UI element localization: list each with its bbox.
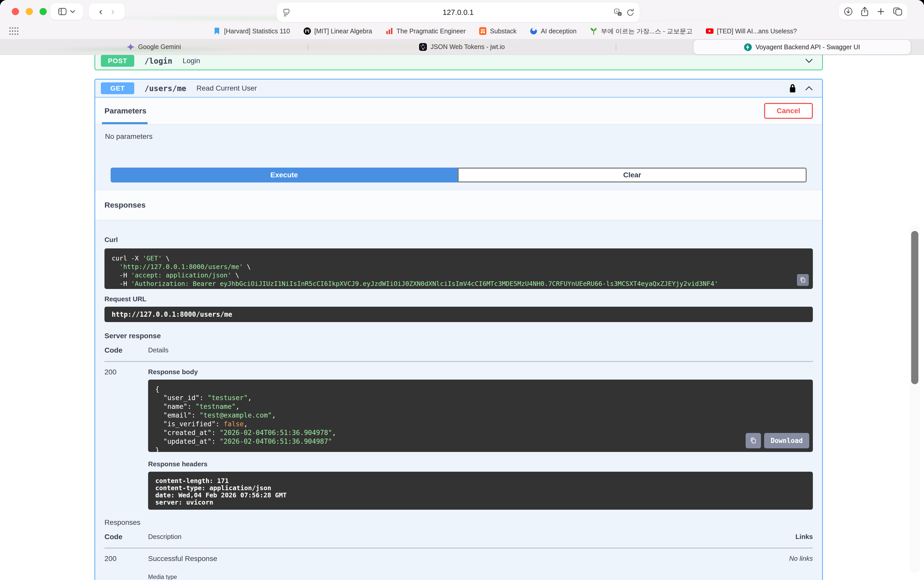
responses-title: Responses [104, 201, 145, 209]
status-code: 200 [104, 368, 148, 510]
clear-button[interactable]: Clear [458, 168, 807, 183]
svg-text:A: A [616, 10, 618, 13]
opblock-get-users-me: GET /users/me Read Current User Paramete… [94, 79, 823, 580]
browser-toolbar: ‹ › 127.0.0.1 A文 [0, 0, 924, 23]
back-button[interactable]: ‹ [99, 7, 102, 16]
responses-table-row: 200 Successful Response Media type appli… [104, 549, 813, 580]
tab-voyagent-swagger[interactable]: Voyagent Backend API - Swagger UI [693, 40, 911, 54]
request-url-block: http://127.0.0.1:8000/users/me [104, 306, 813, 322]
tab-google-gemini[interactable]: Google Gemini [0, 39, 308, 55]
substack-icon [479, 27, 487, 35]
mit-icon [303, 27, 311, 35]
active-tab-underline [102, 122, 148, 124]
address-bar[interactable]: 127.0.0.1 A文 [277, 3, 640, 22]
cancel-button[interactable]: Cancel [764, 103, 813, 119]
new-tab-icon[interactable] [876, 7, 885, 16]
bookmark-harvard-statistics[interactable]: [Harvard] Statistics 110 [213, 27, 290, 35]
gemini-icon [127, 43, 135, 51]
youtube-icon [706, 27, 713, 35]
scrollbar-thumb[interactable] [911, 231, 918, 384]
curl-command-block: curl -X 'GET' \ 'http://127.0.0.1:8000/u… [104, 249, 813, 289]
bookmark-mit-linear-algebra[interactable]: [MIT] Linear Algebra [303, 27, 372, 35]
downloads-icon[interactable] [844, 7, 853, 16]
media-type-label: Media type [148, 573, 789, 580]
server-response-row: 200 Response body { "user_id": "testuser… [104, 362, 813, 510]
share-icon[interactable] [861, 7, 869, 16]
get-users-me-path: /users/me [145, 84, 186, 93]
response-body-block: { "user_id": "testuser", "name": "testna… [148, 379, 813, 452]
get-method-badge: GET [101, 82, 134, 94]
post-method-badge: POST [101, 55, 134, 67]
parameters-title: Parameters [104, 107, 146, 115]
chevron-up-icon[interactable] [805, 86, 813, 91]
code-header: Code [104, 346, 148, 354]
post-login-summary-text: Login [183, 57, 200, 65]
responses-table-header: Code Description Links [104, 533, 813, 541]
response-description: Successful Response [148, 555, 789, 563]
post-login-path: /login [145, 56, 172, 66]
get-users-me-summary[interactable]: GET /users/me Read Current User [95, 79, 822, 97]
sprout-green-icon [590, 27, 598, 35]
no-parameters-text: No parameters [95, 124, 822, 141]
no-links-text: No links [789, 555, 813, 580]
details-header: Details [148, 346, 813, 354]
browser-window: ‹ › 127.0.0.1 A文 [0, 0, 924, 580]
response-headers-label: Response headers [148, 460, 813, 468]
clipboard-icon [799, 277, 806, 283]
bookmarks-bar: [Harvard] Statistics 110 [MIT] Linear Al… [0, 23, 924, 39]
svg-text:文: 文 [619, 13, 621, 16]
sidebar-icon [58, 8, 66, 15]
clipboard-icon [750, 437, 757, 444]
nav-buttons: ‹ › [89, 3, 125, 20]
server-response-table-header: Code Details [104, 346, 813, 354]
responses-section-header: Responses [95, 190, 822, 220]
translate-icon[interactable]: A文 [614, 8, 622, 16]
tab-bar: Google Gemini JSON Web Tokens - jwt.io G… [0, 39, 924, 55]
chevron-down-icon [70, 10, 75, 13]
forward-button[interactable]: › [111, 7, 114, 16]
code-header: Code [104, 533, 148, 541]
get-users-me-summary-text: Read Current User [197, 84, 257, 92]
zoom-window-button[interactable] [40, 8, 47, 15]
copy-response-button[interactable] [746, 433, 761, 448]
bar-chart-icon [385, 27, 393, 35]
minimize-window-button[interactable] [26, 8, 33, 15]
responses-table-title: Responses [104, 518, 813, 527]
curl-label: Curl [104, 236, 813, 244]
response-headers-block: content-length: 171 content-type: applic… [148, 472, 813, 510]
responses-wrapper: Curl curl -X 'GET' \ 'http://127.0.0.1:8… [95, 236, 822, 580]
bookmark-pragmatic-engineer[interactable]: The Pragmatic Engineer [385, 27, 466, 35]
swirl-blue-icon [530, 27, 537, 35]
toolbar-right-buttons [839, 3, 908, 20]
favorites-grid-icon[interactable] [9, 27, 19, 35]
fastapi-icon [744, 43, 752, 51]
reload-icon[interactable] [626, 8, 634, 17]
response-code: 200 [104, 555, 148, 580]
download-button[interactable]: Download [764, 433, 809, 448]
jwt-icon [419, 43, 427, 51]
bookmark-blue-icon [213, 27, 221, 35]
swagger-page: POST /login Login GET /users/me Read Cur… [0, 55, 924, 580]
description-header: Description [148, 533, 796, 541]
links-header: Links [796, 533, 813, 541]
lock-icon[interactable] [789, 84, 796, 93]
sidebar-toggle-button[interactable] [50, 3, 83, 20]
chevron-down-icon[interactable] [805, 59, 813, 63]
execute-button[interactable]: Execute [110, 168, 458, 183]
copy-curl-button[interactable] [797, 274, 809, 286]
parameters-section-header: Parameters Cancel [95, 97, 822, 124]
opblock-post-login: POST /login Login [94, 55, 823, 70]
bookmark-kyobo[interactable]: 부에 이르는 가장...스 - 교보문고 [590, 27, 692, 35]
tab-jwt-io[interactable]: JSON Web Tokens - jwt.io [308, 39, 616, 55]
close-window-button[interactable] [12, 8, 19, 15]
server-response-label: Server response [104, 332, 813, 340]
tab-overview-icon[interactable] [893, 7, 903, 16]
post-login-summary[interactable]: POST /login Login [95, 55, 822, 69]
response-body-label: Response body [148, 368, 813, 376]
bookmark-substack[interactable]: Substack [479, 27, 516, 35]
bookmark-ai-deception[interactable]: AI deception [530, 27, 576, 35]
execute-row: Execute Clear [110, 168, 807, 183]
request-url-label: Request URL [104, 295, 813, 303]
bookmark-ted-youtube[interactable]: [TED] Will AI...ans Useless? [706, 27, 797, 35]
url-text: 127.0.0.1 [277, 8, 640, 16]
